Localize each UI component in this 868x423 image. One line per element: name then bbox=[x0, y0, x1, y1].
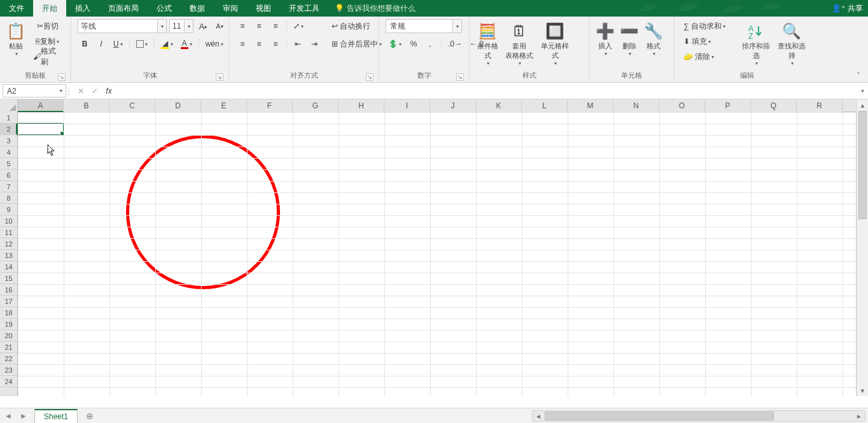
chevron-down-icon[interactable]: ▾ bbox=[57, 85, 66, 97]
increase-decimal-button[interactable]: .0→ bbox=[445, 37, 465, 51]
column-header[interactable]: L bbox=[522, 99, 568, 112]
format-as-table-button[interactable]: 🗓 套用 表格格式▾ bbox=[501, 18, 537, 69]
horizontal-scrollbar[interactable]: ◄ ► bbox=[532, 410, 865, 422]
column-header[interactable]: B bbox=[64, 99, 109, 112]
column-header[interactable]: J bbox=[430, 99, 476, 112]
align-top-button[interactable]: ≡ bbox=[235, 19, 249, 33]
insert-cells-button[interactable]: ➕ 插入▾ bbox=[593, 18, 617, 60]
column-header[interactable]: Q bbox=[751, 99, 797, 112]
row-header[interactable]: 9 bbox=[0, 204, 17, 215]
tab-formulas[interactable]: 公式 bbox=[148, 0, 181, 17]
row-header[interactable]: 21 bbox=[0, 341, 17, 353]
row-header[interactable]: 12 bbox=[0, 238, 17, 250]
vscroll-thumb[interactable] bbox=[858, 111, 867, 219]
row-header[interactable]: 18 bbox=[0, 307, 17, 319]
select-all-button[interactable] bbox=[0, 99, 18, 112]
collapse-ribbon-button[interactable]: ˄ bbox=[853, 71, 864, 80]
clipboard-dialog-launcher[interactable]: ↘ bbox=[58, 73, 66, 81]
decrease-indent-button[interactable]: ⇤ bbox=[291, 37, 305, 51]
font-color-button[interactable]: A▾ bbox=[178, 37, 195, 51]
column-header[interactable]: G bbox=[293, 99, 339, 112]
row-header[interactable]: 11 bbox=[0, 227, 17, 238]
grip-icon[interactable]: ⋮ bbox=[66, 83, 71, 99]
row-header[interactable]: 8 bbox=[0, 192, 17, 204]
row-header[interactable]: 13 bbox=[0, 250, 17, 261]
row-header[interactable]: 19 bbox=[0, 319, 17, 330]
fill-color-button[interactable]: ◢▾ bbox=[158, 37, 176, 51]
conditional-format-button[interactable]: 🧮 条件格式▾ bbox=[473, 18, 501, 69]
borders-button[interactable]: ▾ bbox=[134, 37, 150, 51]
decrease-font-button[interactable]: A▾ bbox=[213, 19, 227, 33]
chevron-down-icon[interactable]: ▾ bbox=[184, 20, 193, 32]
vertical-scrollbar[interactable]: ▲ ▼ bbox=[857, 99, 868, 396]
sort-filter-button[interactable]: AZ 排序和筛选▾ bbox=[738, 18, 774, 69]
align-dialog-launcher[interactable]: ↘ bbox=[366, 73, 374, 81]
new-sheet-button[interactable]: ⊕ bbox=[83, 409, 97, 423]
name-box[interactable]: A2 ▾ bbox=[3, 84, 66, 97]
tab-page-layout[interactable]: 页面布局 bbox=[99, 0, 148, 17]
column-header[interactable]: F bbox=[247, 99, 293, 112]
row-header[interactable]: 4 bbox=[0, 147, 17, 158]
bold-button[interactable]: B bbox=[78, 37, 92, 51]
tab-review[interactable]: 审阅 bbox=[214, 0, 247, 17]
column-header[interactable]: K bbox=[476, 99, 522, 112]
tab-view[interactable]: 视图 bbox=[247, 0, 280, 17]
column-header[interactable]: M bbox=[568, 99, 613, 112]
font-name-combo[interactable]: 等线 ▾ bbox=[78, 19, 167, 33]
row-header[interactable]: 20 bbox=[0, 330, 17, 341]
tab-file[interactable]: 文件 bbox=[0, 0, 33, 17]
column-header[interactable]: R bbox=[797, 99, 843, 112]
share-button[interactable]: 👤⁺ 共享 bbox=[832, 0, 863, 17]
row-header[interactable]: 5 bbox=[0, 158, 17, 169]
sheet-tab-active[interactable]: Sheet1 bbox=[34, 409, 78, 423]
row-header[interactable]: 23 bbox=[0, 364, 17, 376]
percent-format-button[interactable]: % bbox=[407, 37, 421, 51]
chevron-down-icon[interactable]: ▾ bbox=[452, 20, 461, 32]
increase-font-button[interactable]: A▴ bbox=[196, 19, 210, 33]
comma-format-button[interactable]: , bbox=[423, 37, 437, 51]
number-format-combo[interactable]: 常规 ▾ bbox=[386, 19, 462, 33]
align-center-button[interactable]: ≡ bbox=[252, 37, 266, 51]
row-header[interactable]: 17 bbox=[0, 296, 17, 307]
row-header[interactable]: 2 bbox=[0, 124, 17, 135]
format-painter-button[interactable]: 🖌 格式刷 bbox=[31, 50, 64, 64]
underline-button[interactable]: U▾ bbox=[111, 37, 125, 51]
column-header[interactable]: N bbox=[613, 99, 659, 112]
clear-button[interactable]: 🧽 清除▾ bbox=[681, 50, 736, 64]
row-header[interactable]: 14 bbox=[0, 261, 17, 273]
row-header[interactable]: 1 bbox=[0, 112, 17, 124]
column-header[interactable]: P bbox=[705, 99, 751, 112]
orientation-button[interactable]: ⤢▾ bbox=[291, 19, 306, 33]
autosum-button[interactable]: ∑ 自动求和▾ bbox=[681, 19, 736, 33]
align-bottom-button[interactable]: ≡ bbox=[269, 19, 283, 33]
expand-formula-bar-button[interactable]: ▾ bbox=[857, 83, 868, 99]
paste-button[interactable]: 📋 粘贴 ▾ bbox=[4, 18, 28, 60]
tab-developer[interactable]: 开发工具 bbox=[280, 0, 328, 17]
font-size-combo[interactable]: 11 ▾ bbox=[169, 19, 193, 33]
font-dialog-launcher[interactable]: ↘ bbox=[216, 73, 223, 81]
row-header[interactable]: 16 bbox=[0, 284, 17, 296]
enter-formula-button[interactable]: ✓ bbox=[88, 84, 102, 98]
tab-home[interactable]: 开始 bbox=[33, 0, 66, 17]
fill-button[interactable]: ⬇ 填充▾ bbox=[681, 34, 736, 48]
column-header[interactable]: O bbox=[659, 99, 705, 112]
formula-input[interactable] bbox=[118, 83, 857, 99]
column-header[interactable]: A bbox=[18, 99, 64, 112]
tab-insert[interactable]: 插入 bbox=[66, 0, 99, 17]
scroll-up-button[interactable]: ▲ bbox=[857, 99, 868, 111]
column-header[interactable]: I bbox=[384, 99, 430, 112]
scroll-right-button[interactable]: ► bbox=[853, 413, 865, 420]
tell-me[interactable]: 💡 告诉我你想要做什么 bbox=[335, 0, 416, 17]
increase-indent-button[interactable]: ⇥ bbox=[307, 37, 321, 51]
phonetic-button[interactable]: wén▾ bbox=[203, 37, 226, 51]
row-header[interactable]: 3 bbox=[0, 135, 17, 147]
align-middle-button[interactable]: ≡ bbox=[252, 19, 266, 33]
italic-button[interactable]: I bbox=[94, 37, 108, 51]
accounting-format-button[interactable]: 💲▾ bbox=[386, 37, 404, 51]
find-select-button[interactable]: 🔍 查找和选择▾ bbox=[774, 18, 809, 69]
row-header[interactable]: 15 bbox=[0, 273, 17, 284]
column-header[interactable]: H bbox=[339, 99, 384, 112]
row-header[interactable]: 22 bbox=[0, 353, 17, 364]
format-cells-button[interactable]: 🔧 格式▾ bbox=[641, 18, 666, 60]
row-header[interactable]: 6 bbox=[0, 169, 17, 181]
